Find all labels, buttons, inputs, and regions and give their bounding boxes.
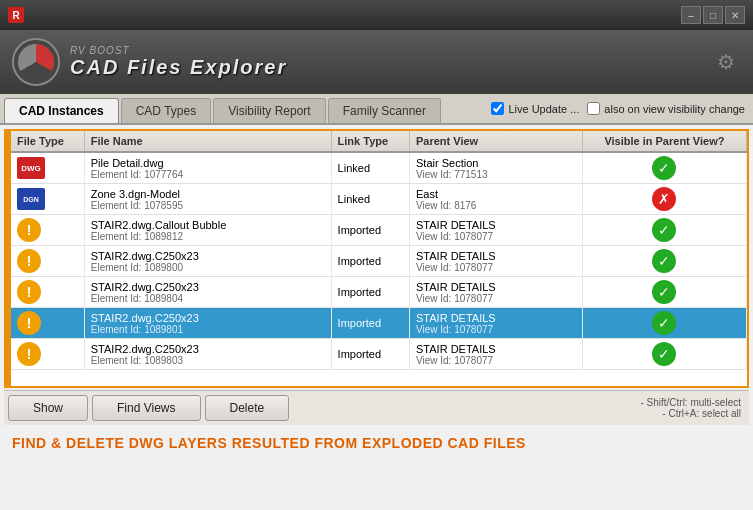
file-name: STAIR2.dwg.C250x23: [91, 312, 325, 324]
cell-file-type: !: [11, 246, 84, 277]
parent-info: EastView Id: 8176: [416, 188, 576, 211]
table-row[interactable]: !STAIR2.dwg.C250x23Element Id: 1089801Im…: [11, 308, 747, 339]
cell-link-type: Linked: [331, 184, 409, 215]
tab-cad-instances[interactable]: CAD Instances: [4, 98, 119, 123]
main-window: R – □ ✕ RV BOOST CAD Files Explorer ⚙ CA…: [0, 0, 753, 457]
parent-name: STAIR DETAILS: [416, 343, 576, 355]
header-text: RV BOOST CAD Files Explorer: [70, 45, 287, 79]
table-row[interactable]: !STAIR2.dwg.C250x23Element Id: 1089803Im…: [11, 339, 747, 370]
element-id: Element Id: 1078595: [91, 200, 325, 211]
table-body: DWGPile Detail.dwgElement Id: 1077764Lin…: [11, 152, 747, 370]
view-id: View Id: 1078077: [416, 324, 576, 335]
table-row[interactable]: !STAIR2.dwg.C250x23Element Id: 1089800Im…: [11, 246, 747, 277]
file-info: STAIR2.dwg.C250x23Element Id: 1089801: [91, 312, 325, 335]
main-content: File Type File Name Link Type Parent Vie…: [0, 125, 753, 429]
file-name: Zone 3.dgn-Model: [91, 188, 325, 200]
cell-file-name: Zone 3.dgn-ModelElement Id: 1078595: [84, 184, 331, 215]
bottom-bar: Show Find Views Delete - Shift/Ctrl: mul…: [4, 390, 749, 425]
file-info: STAIR2.dwg.C250x23Element Id: 1089803: [91, 343, 325, 366]
cell-link-type: Imported: [331, 308, 409, 339]
instances-table: File Type File Name Link Type Parent Vie…: [11, 131, 747, 370]
footer-text: FIND & DELETE DWG LAYERS RESULTED FROM E…: [0, 429, 753, 457]
file-name: STAIR2.dwg.Callout Bubble: [91, 219, 325, 231]
file-name: STAIR2.dwg.C250x23: [91, 281, 325, 293]
element-id: Element Id: 1089803: [91, 355, 325, 366]
tabs-area: CAD Instances CAD Types Visibility Repor…: [0, 94, 753, 125]
cell-link-type: Imported: [331, 215, 409, 246]
visibility-change-checkbox[interactable]: [587, 102, 600, 115]
table-row[interactable]: DGNZone 3.dgn-ModelElement Id: 1078595Li…: [11, 184, 747, 215]
cell-link-type: Imported: [331, 277, 409, 308]
file-name: Pile Detail.dwg: [91, 157, 325, 169]
header-title: CAD Files Explorer: [70, 56, 287, 79]
check-green-icon: ✓: [652, 311, 676, 335]
file-name: STAIR2.dwg.C250x23: [91, 250, 325, 262]
parent-info: STAIR DETAILSView Id: 1078077: [416, 281, 576, 304]
warning-icon: !: [17, 342, 41, 366]
table-section: File Type File Name Link Type Parent Vie…: [11, 131, 747, 386]
cell-file-type: !: [11, 277, 84, 308]
cell-visible: ✓: [582, 246, 746, 277]
table-frame: File Type File Name Link Type Parent Vie…: [4, 129, 749, 388]
file-info: STAIR2.dwg.C250x23Element Id: 1089800: [91, 250, 325, 273]
table-scroll[interactable]: File Type File Name Link Type Parent Vie…: [11, 131, 747, 386]
cell-parent-view: EastView Id: 8176: [410, 184, 583, 215]
titlebar-controls: – □ ✕: [681, 6, 745, 24]
element-id: Element Id: 1089800: [91, 262, 325, 273]
parent-info: STAIR DETAILSView Id: 1078077: [416, 343, 576, 366]
parent-info: STAIR DETAILSView Id: 1078077: [416, 219, 576, 242]
tab-cad-types[interactable]: CAD Types: [121, 98, 211, 123]
warning-icon: !: [17, 311, 41, 335]
table-header-row: File Type File Name Link Type Parent Vie…: [11, 131, 747, 152]
cell-parent-view: STAIR DETAILSView Id: 1078077: [410, 215, 583, 246]
show-button[interactable]: Show: [8, 395, 88, 421]
live-update-option[interactable]: Live Update ...: [491, 102, 579, 115]
close-button[interactable]: ✕: [725, 6, 745, 24]
cell-file-type: !: [11, 308, 84, 339]
parent-name: Stair Section: [416, 157, 576, 169]
titlebar: R – □ ✕: [0, 0, 753, 30]
find-views-button[interactable]: Find Views: [92, 395, 200, 421]
cell-link-type: Imported: [331, 246, 409, 277]
gear-icon[interactable]: ⚙: [717, 50, 741, 74]
table-row[interactable]: DWGPile Detail.dwgElement Id: 1077764Lin…: [11, 152, 747, 184]
element-id: Element Id: 1089804: [91, 293, 325, 304]
warning-icon: !: [17, 218, 41, 242]
table-row[interactable]: !STAIR2.dwg.Callout BubbleElement Id: 10…: [11, 215, 747, 246]
cell-file-type: DGN: [11, 184, 84, 215]
check-red-icon: ✗: [652, 187, 676, 211]
cell-file-name: Pile Detail.dwgElement Id: 1077764: [84, 152, 331, 184]
cell-visible: ✗: [582, 184, 746, 215]
view-id: View Id: 1078077: [416, 293, 576, 304]
tab-visibility-report[interactable]: Visibility Report: [213, 98, 325, 123]
live-update-label: Live Update ...: [508, 103, 579, 115]
visibility-change-option[interactable]: also on view visibility change: [587, 102, 745, 115]
file-info: Zone 3.dgn-ModelElement Id: 1078595: [91, 188, 325, 211]
cell-visible: ✓: [582, 308, 746, 339]
cell-file-name: STAIR2.dwg.C250x23Element Id: 1089800: [84, 246, 331, 277]
table-row[interactable]: !STAIR2.dwg.C250x23Element Id: 1089804Im…: [11, 277, 747, 308]
view-id: View Id: 1078077: [416, 231, 576, 242]
check-green-icon: ✓: [652, 249, 676, 273]
cell-parent-view: STAIR DETAILSView Id: 1078077: [410, 339, 583, 370]
view-id: View Id: 8176: [416, 200, 576, 211]
view-id: View Id: 1078077: [416, 262, 576, 273]
parent-name: STAIR DETAILS: [416, 250, 576, 262]
delete-button[interactable]: Delete: [205, 395, 290, 421]
col-file-name: File Name: [84, 131, 331, 152]
view-id: View Id: 771513: [416, 169, 576, 180]
element-id: Element Id: 1089801: [91, 324, 325, 335]
parent-name: STAIR DETAILS: [416, 219, 576, 231]
cell-visible: ✓: [582, 339, 746, 370]
file-name: STAIR2.dwg.C250x23: [91, 343, 325, 355]
live-update-checkbox[interactable]: [491, 102, 504, 115]
col-link-type: Link Type: [331, 131, 409, 152]
parent-info: Stair SectionView Id: 771513: [416, 157, 576, 180]
minimize-button[interactable]: –: [681, 6, 701, 24]
cell-parent-view: STAIR DETAILSView Id: 1078077: [410, 246, 583, 277]
file-info: STAIR2.dwg.Callout BubbleElement Id: 108…: [91, 219, 325, 242]
tab-family-scanner[interactable]: Family Scanner: [328, 98, 441, 123]
maximize-button[interactable]: □: [703, 6, 723, 24]
cell-file-name: STAIR2.dwg.C250x23Element Id: 1089801: [84, 308, 331, 339]
cell-file-type: DWG: [11, 152, 84, 184]
